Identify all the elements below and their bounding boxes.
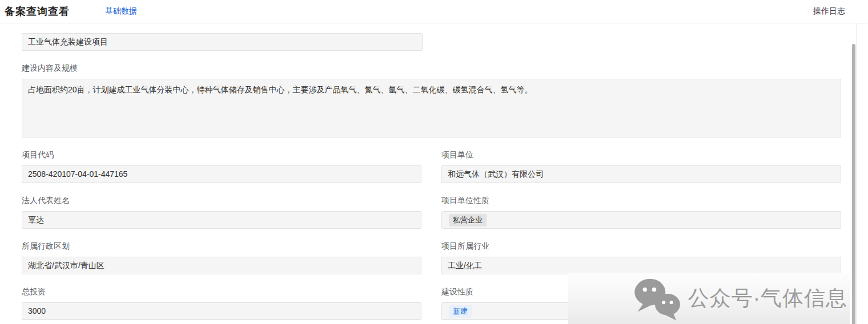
page-title: 备案查询查看 — [5, 5, 70, 18]
header-bar: 备案查询查看 基础数据 操作日志 — [0, 0, 868, 23]
project-name-value: 工业气体充装建设项目 — [28, 34, 108, 50]
scrollbar-thumb[interactable] — [852, 44, 855, 324]
construction-content-value: 占地面积约20亩，计划建成工业气体分装中心，特种气体储存及销售中心，主要涉及产品… — [28, 85, 533, 94]
industry-value-link[interactable]: 工业/化工 — [448, 257, 482, 274]
project-code-input[interactable]: 2508-420107-04-01-447165 — [22, 165, 421, 183]
industry-input[interactable]: 工业/化工 — [441, 257, 841, 274]
project-code-label: 项目代码 — [22, 150, 421, 160]
industry-label: 项目所属行业 — [441, 241, 841, 252]
unit-nature-item: 项目单位性质 私营企业 — [441, 196, 841, 229]
total-investment-input[interactable]: 3000 — [22, 302, 421, 320]
legal-representative-item: 法人代表姓名 覃达 — [22, 196, 421, 229]
watermark: 公众号·气体信息 — [568, 273, 850, 324]
industry-item: 项目所属行业 工业/化工 — [441, 241, 841, 274]
total-investment-item: 总投资 3000 — [22, 287, 421, 320]
project-name-input[interactable]: 工业气体充装建设项目 — [22, 33, 423, 51]
total-investment-label: 总投资 — [22, 287, 421, 297]
construction-nature-tag[interactable]: 新建 — [449, 305, 472, 318]
project-unit-value: 和远气体（武汉）有限公司 — [448, 166, 544, 183]
legal-representative-input[interactable]: 覃达 — [22, 211, 421, 229]
wechat-icon — [631, 276, 682, 321]
total-investment-value: 3000 — [28, 303, 46, 319]
admin-region-value: 湖北省/武汉市/青山区 — [28, 257, 105, 274]
unit-nature-label: 项目单位性质 — [441, 196, 841, 206]
legal-representative-label: 法人代表姓名 — [22, 196, 421, 206]
legal-representative-value: 覃达 — [28, 212, 44, 228]
project-unit-input[interactable]: 和远气体（武汉）有限公司 — [441, 165, 841, 183]
watermark-text: 公众号·气体信息 — [688, 284, 847, 313]
project-unit-label: 项目单位 — [441, 150, 841, 160]
construction-content-textarea[interactable]: 占地面积约20亩，计划建成工业气体分装中心，特种气体储存及销售中心，主要涉及产品… — [22, 79, 841, 137]
construction-content-label: 建设内容及规模 — [22, 63, 841, 74]
project-code-item: 项目代码 2508-420107-04-01-447165 — [22, 150, 421, 183]
admin-region-item: 所属行政区划 湖北省/武汉市/青山区 — [22, 241, 421, 274]
operation-log-button[interactable]: 操作日志 — [813, 6, 845, 17]
admin-region-input[interactable]: 湖北省/武汉市/青山区 — [22, 257, 421, 274]
tab-basic-data[interactable]: 基础数据 — [105, 6, 137, 17]
unit-nature-input[interactable]: 私营企业 — [441, 211, 841, 229]
project-code-value: 2508-420107-04-01-447165 — [28, 166, 127, 183]
project-unit-item: 项目单位 和远气体（武汉）有限公司 — [441, 150, 841, 183]
admin-region-label: 所属行政区划 — [22, 241, 421, 252]
unit-nature-tag: 私营企业 — [449, 214, 487, 226]
record-view-page: 备案查询查看 基础数据 操作日志 工业气体充装建设项目 建设内容及规模 占地面积… — [0, 0, 868, 324]
scrollbar-track — [857, 23, 857, 324]
